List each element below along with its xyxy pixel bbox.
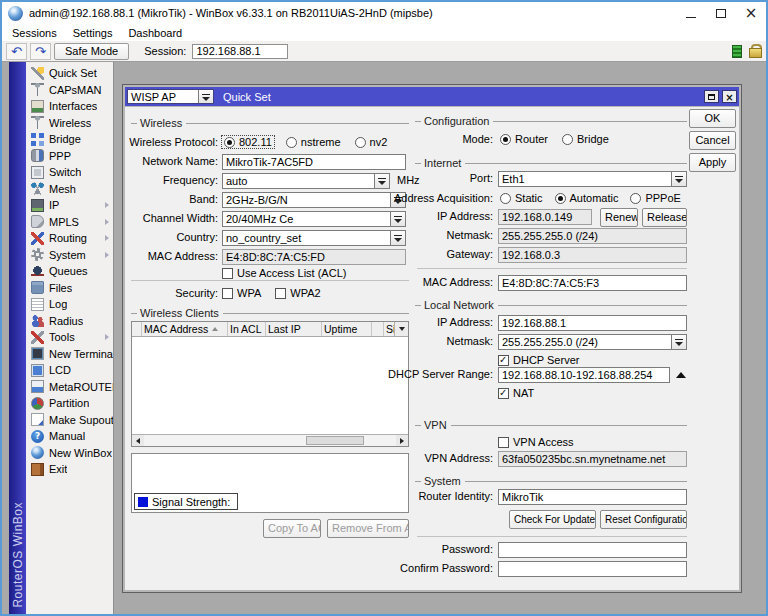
collapse-up-icon[interactable]	[676, 372, 686, 378]
checkbox-label: NAT	[513, 387, 534, 399]
sidebar-item-switch[interactable]: Switch	[26, 164, 113, 181]
column-header-mac-address[interactable]: MAC Address	[142, 322, 228, 336]
copy-to-acl-button[interactable]: Copy To ACL	[263, 519, 321, 538]
session-field[interactable]: 192.168.88.1	[192, 44, 288, 59]
submenu-arrow-icon	[105, 334, 109, 340]
scroll-right-icon[interactable]	[396, 435, 408, 446]
radio-automatic[interactable]: Automatic	[553, 192, 621, 204]
redo-icon	[35, 45, 46, 58]
checkbox-icon	[498, 437, 509, 448]
password-input[interactable]	[498, 542, 687, 558]
wpa-checkbox[interactable]: WPA	[222, 287, 261, 299]
radio-static[interactable]: Static	[498, 192, 545, 204]
check-for-updates-button[interactable]: Check For Updates	[509, 510, 596, 529]
sidebar-item-ip[interactable]: IP	[26, 197, 113, 214]
sidebar-item-bridge[interactable]: Bridge	[26, 131, 113, 148]
menu-settings[interactable]: Settings	[65, 26, 121, 40]
sidebar-item-capsman[interactable]: CAPsMAN	[26, 82, 113, 99]
undo-button[interactable]	[6, 43, 27, 60]
column-header-last-ip[interactable]: Last IP	[266, 322, 322, 336]
section-label: System	[424, 475, 461, 487]
apply-button[interactable]: Apply	[689, 153, 736, 172]
radio-label: Static	[515, 192, 543, 204]
sidebar-item-log[interactable]: Log	[26, 296, 113, 313]
frequency-input[interactable]	[222, 173, 375, 189]
confirm-password-input[interactable]	[498, 561, 687, 577]
sidebar-item-new-terminal[interactable]: New Terminal	[26, 346, 113, 363]
internet-mac-input[interactable]	[498, 275, 687, 291]
cancel-button[interactable]: Cancel	[689, 131, 736, 150]
sidebar-item-system[interactable]: System	[26, 247, 113, 264]
sidebar-item-exit[interactable]: Exit	[26, 461, 113, 478]
local-netmask-dropdown[interactable]	[498, 334, 687, 350]
release-button[interactable]: Release	[642, 208, 687, 227]
radio-pppoe[interactable]: PPPoE	[628, 192, 682, 204]
sidebar-item-label: Tools	[49, 331, 75, 343]
sidebar-item-ppp[interactable]: PPP	[26, 148, 113, 165]
sidebar-item-mesh[interactable]: Mesh	[26, 181, 113, 198]
vpn-access-checkbox[interactable]: VPN Access	[498, 436, 574, 448]
local-ip-input[interactable]	[498, 315, 687, 331]
sidebar-item-radius[interactable]: Radius	[26, 313, 113, 330]
sidebar-item-wireless[interactable]: Wireless	[26, 115, 113, 132]
safe-mode-button[interactable]: Safe Mode	[54, 43, 129, 60]
sidebar-item-routing[interactable]: Routing	[26, 230, 113, 247]
dropdown-arrow-icon[interactable]	[198, 90, 213, 103]
sidebar-item-manual[interactable]: Manual	[26, 428, 113, 445]
sidebar-item-metarouter[interactable]: MetaROUTER	[26, 379, 113, 396]
network-name-input[interactable]	[222, 154, 406, 170]
quickset-mode-combo[interactable]: WISP AP	[127, 89, 214, 104]
vpn-address-label: VPN Address:	[359, 451, 493, 467]
sidebar-item-lcd[interactable]: LCD	[26, 362, 113, 379]
dhcp-server-checkbox[interactable]: DHCP Server	[498, 354, 579, 366]
dialog-maximize-button[interactable]	[704, 90, 719, 103]
radius-users-icon	[31, 314, 44, 327]
submenu-arrow-icon	[105, 219, 109, 225]
wpa2-checkbox[interactable]: WPA2	[275, 287, 320, 299]
remove-from-acl-button[interactable]: Remove From ACL	[327, 519, 409, 538]
local-netmask-input[interactable]	[498, 334, 672, 350]
session-label: Session:	[144, 45, 186, 57]
dialog-close-button[interactable]	[722, 90, 737, 103]
window-controls	[676, 2, 766, 24]
sidebar-item-queues[interactable]: Queues	[26, 263, 113, 280]
minimize-button[interactable]	[676, 2, 706, 24]
reset-configuration-button[interactable]: Reset Configuration	[600, 510, 687, 529]
column-header-blank[interactable]	[132, 322, 142, 336]
dropdown-arrow-icon[interactable]	[672, 171, 687, 187]
sidebar-item-partition[interactable]: Partition	[26, 395, 113, 412]
scroll-left-icon[interactable]	[132, 435, 144, 446]
maximize-button[interactable]	[706, 2, 736, 24]
horizontal-scrollbar[interactable]	[132, 434, 408, 446]
dropdown-arrow-icon[interactable]	[672, 334, 687, 350]
redo-button[interactable]	[30, 43, 51, 60]
password-label: Password:	[359, 542, 493, 558]
sidebar-item-interfaces[interactable]: Interfaces	[26, 98, 113, 115]
sidebar-item-files[interactable]: Files	[26, 280, 113, 297]
renew-button[interactable]: Renew	[600, 208, 638, 227]
nat-checkbox[interactable]: NAT	[498, 387, 534, 399]
port-input[interactable]	[498, 171, 672, 187]
ok-button[interactable]: OK	[689, 109, 736, 128]
use-access-list-checkbox[interactable]: Use Access List (ACL)	[222, 267, 346, 279]
clients-table-body[interactable]	[132, 337, 408, 434]
port-dropdown[interactable]	[498, 171, 687, 187]
sidebar-item-new-winbox[interactable]: New WinBox	[26, 445, 113, 462]
scrollbar-thumb[interactable]	[306, 436, 364, 445]
radio-80211[interactable]: 802.11	[222, 136, 274, 148]
sidebar-item-mpls[interactable]: MPLS	[26, 214, 113, 231]
radio-nstreme[interactable]: nstreme	[284, 136, 343, 148]
menu-sessions[interactable]: Sessions	[4, 26, 65, 40]
radio-router[interactable]: Router	[498, 133, 550, 145]
column-header-in-acl[interactable]: In ACL	[228, 322, 266, 336]
sidebar-item-label: Log	[49, 298, 67, 310]
router-identity-input[interactable]	[498, 489, 687, 505]
dhcp-range-input[interactable]	[498, 367, 670, 383]
sidebar-item-quick-set[interactable]: Quick Set	[26, 65, 113, 82]
sidebar-item-tools[interactable]: Tools	[26, 329, 113, 346]
menu-dashboard[interactable]: Dashboard	[120, 26, 190, 40]
close-button[interactable]	[736, 2, 766, 24]
band-label: Band:	[125, 192, 218, 208]
sidebar-item-make-supout-rif[interactable]: Make Supout.rif	[26, 412, 113, 429]
radio-bridge[interactable]: Bridge	[560, 133, 611, 145]
